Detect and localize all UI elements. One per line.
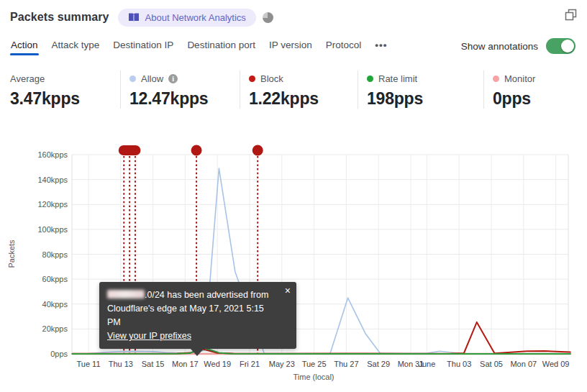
x-tick-label: Thu 13 [109,360,133,368]
packets-time-series-chart[interactable]: 0pps20kpps40kpps60kpps80kpps100kpps120kp… [0,140,587,392]
pie-chart-icon [263,12,273,23]
redacted-ip-prefix [107,290,145,298]
stat-value: 1.22kpps [249,89,350,109]
x-tick-label: May 23 [269,360,295,368]
stat-dot-3 [367,76,373,82]
view-ip-prefixes-link[interactable]: View your IP prefixes [107,329,191,343]
stat-label: Average [10,73,45,84]
tab-ip-version[interactable]: IP version [268,40,313,58]
y-tick-label: 140kpps [37,176,68,184]
x-tick-label: Thu 03 [447,360,471,368]
info-icon[interactable]: i [168,74,178,83]
y-tick-label: 80kpps [42,250,68,259]
show-annotations-label: Show annotations [461,41,538,52]
y-tick-label: 40kpps [42,300,68,309]
x-tick-label: Thu 27 [334,360,358,368]
y-tick-label: 60kpps [42,275,68,283]
stat-dot-4 [493,76,499,82]
x-tick-label: June [418,360,435,368]
x-tick-label: Wed 09 [542,360,570,368]
x-tick-label: Mon 07 [510,360,537,368]
stat-value: 0pps [493,89,577,109]
stats-row: Average 3.47kpps Allow i 12.47kpps Block… [10,70,587,109]
tab-destination-port[interactable]: Destination port [186,40,256,58]
x-tick-label: Tue 11 [76,360,100,368]
x-tick-label: Sat 15 [142,360,165,368]
y-tick-label: 100kpps [37,225,68,234]
badge-label: About Network Analytics [145,12,246,23]
stat-monitor: Monitor 0pps [483,70,584,109]
stat-label: Block [260,73,283,84]
annotation-marker[interactable] [252,145,263,156]
stat-block: Block 1.22kpps [240,70,358,109]
about-network-analytics-badge[interactable]: About Network Analytics [118,9,256,27]
stat-dot-2 [249,76,255,82]
toggle-knob [561,40,574,53]
x-tick-label: Sat 29 [367,360,390,368]
stat-value: 198pps [367,89,476,109]
tab-attack-type[interactable]: Attack type [51,40,101,58]
annotation-marker[interactable] [191,145,202,156]
stat-average: Average 3.47kpps [10,70,120,109]
y-tick-label: 160kpps [37,150,68,159]
x-axis-title: Time (local) [293,373,334,381]
tab-destination-ip[interactable]: Destination IP [112,40,174,58]
y-tick-label: 20kpps [42,324,68,333]
more-tabs-button[interactable]: ••• [374,40,388,58]
tooltip-arrow [190,348,204,356]
stat-allow: Allow i 12.47kpps [120,70,240,109]
stat-label: Rate limit [378,73,417,84]
stat-dot-1 [129,76,136,82]
y-tick-label: 0pps [50,350,68,358]
stat-rate-limit: Rate limit 198pps [358,70,483,109]
x-tick-label: Fri 21 [240,360,260,368]
tab-action[interactable]: Action [10,40,39,58]
copy-window-icon[interactable] [563,7,578,24]
tooltip-line1: .0/24 has been advertised from [107,288,278,302]
dimension-tabs: Action Attack type Destination IP Destin… [10,40,388,58]
stat-value: 3.47kpps [10,89,113,109]
stat-label: Allow [141,73,163,84]
annotation-tooltip: × .0/24 has been advertised from Cloudfl… [99,282,296,349]
stat-value: 12.47kpps [129,89,232,109]
book-icon [128,13,140,22]
close-icon[interactable]: × [285,286,291,296]
x-tick-label: Tue 25 [302,360,327,368]
tab-protocol[interactable]: Protocol [325,40,363,58]
y-tick-label: 120kpps [37,200,68,209]
y-axis-title: Packets [7,240,16,268]
page-header: Packets summary About Network Analytics [10,7,578,27]
tooltip-line2: Cloudflare's edge at May 17, 2021 5:15 P… [107,302,278,329]
x-tick-label: Mon 17 [172,360,199,368]
annotation-marker[interactable] [119,145,141,155]
x-tick-label: Wed 19 [204,360,231,368]
x-tick-label: Sat 05 [480,360,503,368]
show-annotations-toggle[interactable] [546,38,575,54]
page-title: Packets summary [10,11,109,24]
show-annotations-control: Show annotations [461,38,575,54]
stat-label: Monitor [504,73,535,84]
